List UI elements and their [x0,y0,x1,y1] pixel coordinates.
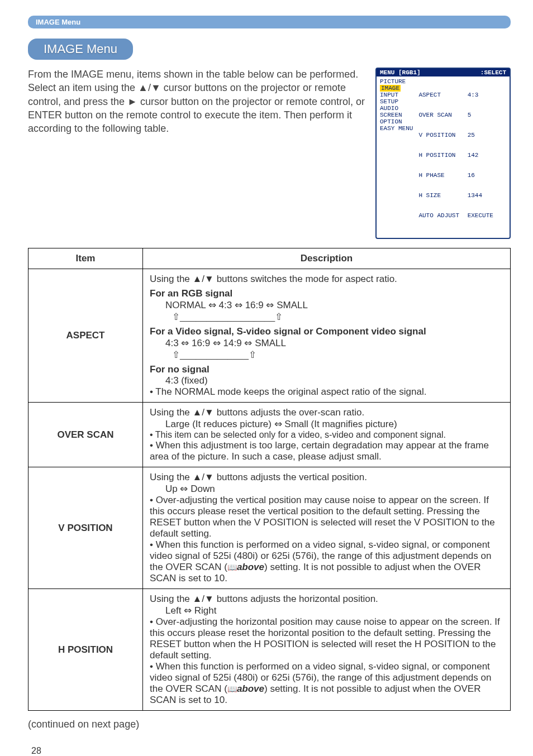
aspect-note: • The NORMAL mode keeps the original asp… [150,386,503,398]
desc-line: Up ⇔ Down [150,483,503,495]
menu-title-pill: IMAGE Menu [28,39,133,60]
osd-right-label: AUTO ADJUST [418,212,463,219]
book-icon [227,562,237,572]
col-header-desc: Description [143,248,511,269]
row-label: ASPECT [28,269,143,403]
row-desc: Using the ▲/▼ buttons switches the mode … [143,269,511,403]
desc-line: • When this adjustment is too large, cer… [150,440,503,462]
osd-right-label: ASPECT [418,92,463,98]
desc-line: Using the ▲/▼ buttons adjusts the vertic… [150,472,503,483]
row-label: V POSITION [28,467,143,589]
desc-line: • Over-adjusting the vertical position m… [150,495,503,539]
osd-right-value: EXECUTE [468,212,512,219]
row-label: OVER SCAN [28,403,143,467]
settings-table: Item Description ASPECT Using the ▲/▼ bu… [28,248,511,711]
row-desc: Using the ▲/▼ buttons adjusts the horizo… [143,589,511,711]
desc-line: Using the ▲/▼ buttons adjusts the over-s… [150,407,503,418]
osd-right-value: 5 [468,112,512,118]
desc-line: • Over-adjusting the horizontal position… [150,616,503,661]
continued-note: (continued on next page) [28,719,511,730]
desc-line: • When this function is performed on a v… [150,661,503,706]
table-row: OVER SCAN Using the ▲/▼ buttons adjusts … [28,403,511,467]
page-number: 28 [31,746,511,756]
osd-right-label: OVER SCAN [418,112,463,118]
osd-right-label: V POSITION [418,132,463,138]
intro-p2: Select an item using the ▲/▼ cursor butt… [28,81,365,135]
osd-left-item: SETUP [380,98,413,105]
osd-left-item: INPUT [380,92,413,98]
osd-right-value: 142 [468,152,512,159]
osd-left-item-active: IMAGE [380,85,401,92]
book-icon [227,683,237,694]
loop-arrow-icon: ⇧__________________⇧ [150,311,503,323]
osd-left-item: OPTION [380,118,413,125]
desc-line: • This item can be selected only for a v… [150,430,503,440]
osd-right-label: H POSITION [418,152,463,159]
table-row: H POSITION Using the ▲/▼ buttons adjusts… [28,589,511,711]
osd-right-value: 4:3 [468,92,512,98]
aspect-rgb-line: NORMAL ⇔ 4:3 ⇔ 16:9 ⇔ SMALL [150,299,503,311]
osd-left-item: SCREEN [380,112,413,118]
row-desc: Using the ▲/▼ buttons adjusts the vertic… [143,467,511,589]
osd-preview: MENU [RGB1] :SELECT PICTURE IMAGE INPUT … [375,68,511,239]
osd-header-right: :SELECT [480,69,506,76]
desc-line: • When this function is performed on a v… [150,539,503,584]
row-desc: Using the ▲/▼ buttons adjusts the over-s… [143,403,511,467]
osd-right-value: 1344 [468,192,512,199]
osd-left-item: PICTURE [380,78,413,85]
table-row: V POSITION Using the ▲/▼ buttons adjusts… [28,467,511,589]
osd-left-item: EASY MENU [380,125,413,132]
osd-right-value: 25 [468,132,512,138]
section-header-label: IMAGE Menu [36,18,80,26]
aspect-nosig-label: For no signal [150,364,503,375]
aspect-intro: Using the ▲/▼ buttons switches the mode … [150,274,503,285]
osd-right-col: ASPECT OVER SCAN V POSITION H POSITION H… [418,78,511,232]
desc-line: Large (It reduces picture) ⇔ Small (It m… [150,418,503,430]
aspect-rgb-label: For an RGB signal [150,288,503,299]
menu-title-text: IMAGE Menu [44,42,117,56]
aspect-video-line: 4:3 ⇔ 16:9 ⇔ 14:9 ⇔ SMALL [150,337,503,349]
aspect-video-label: For a Video signal, S-video signal or Co… [150,326,503,337]
section-header: IMAGE Menu [28,16,511,28]
col-header-item: Item [28,248,143,269]
intro-p1: From the IMAGE menu, items shown in the … [28,68,365,81]
osd-right-value: 16 [468,172,512,179]
aspect-nosig-line: 4:3 (fixed) [150,375,503,386]
table-row: ASPECT Using the ▲/▼ buttons switches th… [28,269,511,403]
desc-line: Using the ▲/▼ buttons adjusts the horizo… [150,594,503,605]
osd-header-left: MENU [RGB1] [380,69,421,76]
osd-right-label: H SIZE [418,192,463,199]
intro-text: From the IMAGE menu, items shown in the … [28,68,365,135]
osd-left-col: PICTURE IMAGE INPUT SETUP AUDIO SCREEN O… [380,78,413,232]
osd-left-item: AUDIO [380,105,413,112]
loop-arrow-icon: ⇧_____________⇧ [150,349,503,361]
desc-line: Left ⇔ Right [150,605,503,616]
row-label: H POSITION [28,589,143,711]
osd-right-label: H PHASE [418,172,463,179]
